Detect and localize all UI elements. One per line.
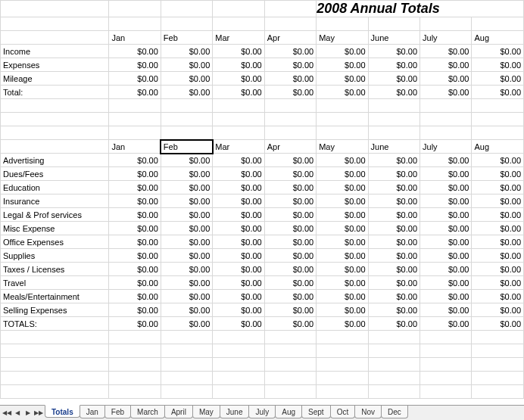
cell-value[interactable]: $0.00 [420, 249, 472, 263]
cell-value[interactable]: $0.00 [109, 167, 161, 181]
row-label[interactable]: Income [1, 45, 109, 58]
cell-value[interactable]: $0.00 [420, 167, 472, 181]
cell-value[interactable]: $0.00 [472, 303, 524, 317]
cell-empty[interactable] [1, 358, 109, 372]
cell-value[interactable]: $0.00 [161, 181, 212, 194]
cell-empty[interactable] [472, 113, 524, 126]
column-header-aug[interactable]: Aug [472, 140, 524, 154]
cell-value[interactable]: $0.00 [472, 276, 524, 290]
cell-empty[interactable] [264, 331, 316, 344]
cell-value[interactable]: $0.00 [420, 194, 472, 208]
row-label[interactable]: Taxes / Licenses [1, 263, 109, 276]
cell-value[interactable]: $0.00 [264, 167, 316, 181]
cell-empty[interactable] [264, 358, 316, 372]
cell-value[interactable]: $0.00 [213, 154, 264, 167]
cell-value[interactable]: $0.00 [472, 263, 524, 276]
cell-value[interactable]: $0.00 [213, 290, 264, 303]
cell-value[interactable]: $0.00 [472, 235, 524, 249]
sheet-tab-march[interactable]: March [130, 406, 165, 418]
column-header-apr[interactable]: Apr [264, 140, 316, 154]
cell-value[interactable]: $0.00 [420, 235, 472, 249]
cell-value[interactable]: $0.00 [161, 45, 212, 58]
cell-value[interactable]: $0.00 [368, 249, 420, 263]
cell-value[interactable]: $0.00 [161, 86, 212, 99]
cell-value[interactable]: $0.00 [317, 72, 368, 86]
cell-empty[interactable] [317, 331, 368, 344]
cell-empty[interactable] [264, 17, 316, 31]
cell-empty[interactable] [317, 385, 368, 399]
cell-empty[interactable] [109, 17, 161, 31]
cell-empty[interactable] [368, 385, 420, 399]
column-header-aug[interactable]: Aug [472, 31, 524, 45]
cell-empty[interactable] [1, 113, 109, 126]
cell-value[interactable]: $0.00 [213, 45, 264, 58]
cell-value[interactable]: $0.00 [213, 167, 264, 181]
cell-value[interactable]: $0.00 [213, 263, 264, 276]
row-label[interactable]: Legal & Prof services [1, 208, 109, 222]
cell-empty[interactable] [420, 99, 472, 113]
cell-value[interactable]: $0.00 [161, 208, 212, 222]
cell-value[interactable]: $0.00 [472, 86, 524, 99]
cell-value[interactable]: $0.00 [109, 72, 161, 86]
cell-value[interactable]: $0.00 [368, 222, 420, 235]
cell-value[interactable]: $0.00 [264, 222, 316, 235]
cell-value[interactable]: $0.00 [420, 72, 472, 86]
row-label[interactable]: Mileage [1, 72, 109, 86]
cell-value[interactable]: $0.00 [161, 317, 212, 331]
cell-value[interactable]: $0.00 [109, 194, 161, 208]
cell-value[interactable]: $0.00 [472, 317, 524, 331]
cell-value[interactable]: $0.00 [472, 58, 524, 72]
cell-empty[interactable] [1, 344, 109, 358]
cell-empty[interactable] [213, 17, 264, 31]
cell-empty[interactable] [264, 372, 316, 385]
cell-value[interactable]: $0.00 [317, 58, 368, 72]
cell-value[interactable]: $0.00 [109, 263, 161, 276]
row-label[interactable]: Misc Expense [1, 222, 109, 235]
sheet-tab-oct[interactable]: Oct [330, 406, 356, 418]
cell-empty[interactable] [109, 113, 161, 126]
cell-empty[interactable] [213, 358, 264, 372]
cell-empty[interactable] [317, 113, 368, 126]
cell-empty[interactable] [472, 331, 524, 344]
cell-value[interactable]: $0.00 [472, 154, 524, 167]
column-header-july[interactable]: July [420, 31, 472, 45]
cell-empty[interactable] [368, 126, 420, 140]
cell-empty[interactable] [1, 17, 109, 31]
cell-value[interactable]: $0.00 [368, 72, 420, 86]
row-label[interactable]: Meals/Entertainment [1, 290, 109, 303]
cell-value[interactable]: $0.00 [368, 167, 420, 181]
tab-nav-next-icon[interactable]: ▶ [23, 408, 33, 418]
cell-empty[interactable] [109, 126, 161, 140]
cell-empty[interactable] [1, 331, 109, 344]
sheet-tab-aug[interactable]: Aug [275, 406, 302, 418]
column-header-june[interactable]: June [368, 140, 420, 154]
cell-empty[interactable] [420, 17, 472, 31]
spreadsheet-grid[interactable]: 2008 Annual TotalsJanFebMarAprMayJuneJul… [0, 0, 524, 405]
cell-value[interactable]: $0.00 [213, 222, 264, 235]
cell-empty[interactable] [109, 1, 161, 17]
cell-empty[interactable] [264, 344, 316, 358]
cell-value[interactable]: $0.00 [368, 194, 420, 208]
cell-value[interactable]: $0.00 [317, 45, 368, 58]
cell-value[interactable]: $0.00 [472, 72, 524, 86]
cell-empty[interactable] [472, 17, 524, 31]
cell-value[interactable]: $0.00 [109, 208, 161, 222]
cell-value[interactable]: $0.00 [472, 194, 524, 208]
cell-value[interactable]: $0.00 [264, 317, 316, 331]
cell-value[interactable]: $0.00 [317, 194, 368, 208]
row-label[interactable]: Selling Expenses [1, 303, 109, 317]
cell-empty[interactable] [1, 99, 109, 113]
cell-empty[interactable] [161, 344, 212, 358]
cell-value[interactable]: $0.00 [264, 194, 316, 208]
cell-empty[interactable] [317, 99, 368, 113]
cell-empty[interactable] [213, 372, 264, 385]
cell-value[interactable]: $0.00 [368, 208, 420, 222]
cell-empty[interactable] [368, 99, 420, 113]
cell-empty[interactable] [420, 126, 472, 140]
cell-value[interactable]: $0.00 [420, 86, 472, 99]
cell-empty[interactable] [1, 372, 109, 385]
cell-value[interactable]: $0.00 [368, 86, 420, 99]
cell-value[interactable]: $0.00 [109, 235, 161, 249]
cell-empty[interactable] [109, 344, 161, 358]
cell-value[interactable]: $0.00 [472, 249, 524, 263]
